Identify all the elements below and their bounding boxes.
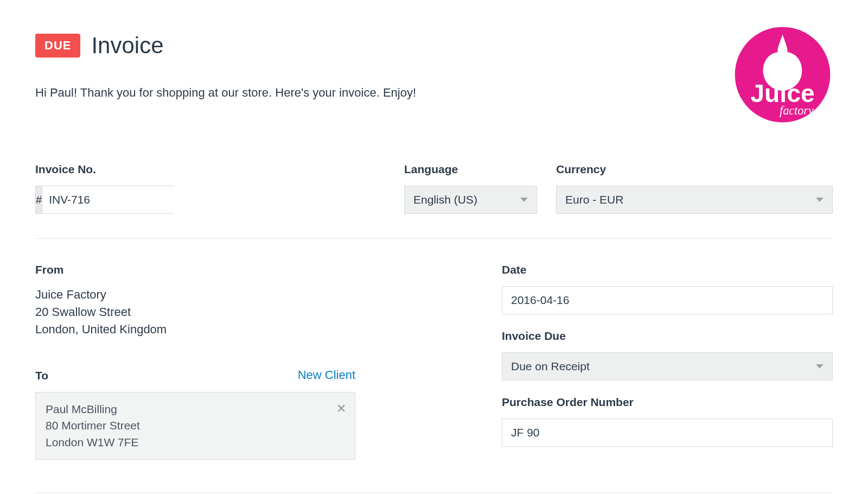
from-label: From bbox=[35, 263, 355, 276]
from-street: 20 Swallow Street bbox=[35, 303, 355, 321]
invoice-due-group: Invoice Due Due on Receipt bbox=[502, 330, 833, 381]
date-group: Date bbox=[502, 263, 833, 314]
to-header: To New Client bbox=[35, 368, 355, 382]
client-city-zip: London W1W 7FE bbox=[46, 434, 345, 451]
details-row: From Juice Factory 20 Swallow Street Lon… bbox=[35, 263, 833, 460]
new-client-link[interactable]: New Client bbox=[298, 368, 355, 382]
from-to-column: From Juice Factory 20 Swallow Street Lon… bbox=[35, 263, 355, 460]
client-street: 80 Mortimer Street bbox=[46, 417, 345, 434]
chevron-down-icon bbox=[816, 198, 824, 202]
brand-logo: Juice factory bbox=[732, 24, 833, 125]
date-input[interactable] bbox=[502, 286, 833, 314]
chevron-down-icon bbox=[520, 198, 528, 202]
page-title: Invoice bbox=[91, 33, 163, 59]
client-name: Paul McBilling bbox=[46, 401, 345, 417]
language-value: English (US) bbox=[413, 193, 477, 206]
language-select[interactable]: English (US) bbox=[404, 186, 537, 214]
invoice-no-input[interactable] bbox=[42, 186, 197, 213]
invoice-no-group: Invoice No. # bbox=[35, 163, 404, 214]
logo-text-top: Juice bbox=[750, 79, 814, 107]
currency-group: Currency Euro - EUR bbox=[556, 163, 833, 214]
divider bbox=[35, 238, 833, 239]
header-left: DUE Invoice Hi Paul! Thank you for shopp… bbox=[35, 33, 732, 100]
dates-column: Date Invoice Due Due on Receipt Purchase… bbox=[502, 263, 833, 460]
to-label: To bbox=[35, 369, 48, 382]
currency-label: Currency bbox=[556, 163, 833, 176]
meta-row: Invoice No. # Language English (US) Curr… bbox=[35, 163, 833, 214]
from-address: Juice Factory 20 Swallow Street London, … bbox=[35, 286, 355, 338]
currency-value: Euro - EUR bbox=[565, 193, 623, 206]
invoice-due-select[interactable]: Due on Receipt bbox=[502, 352, 833, 381]
invoice-no-label: Invoice No. bbox=[35, 163, 404, 176]
invoice-header: DUE Invoice Hi Paul! Thank you for shopp… bbox=[35, 33, 833, 125]
invoice-no-prefix: # bbox=[36, 186, 42, 213]
close-icon[interactable]: ✕ bbox=[336, 400, 346, 417]
language-group: Language English (US) bbox=[404, 163, 537, 214]
invoice-due-label: Invoice Due bbox=[502, 330, 833, 343]
po-group: Purchase Order Number bbox=[502, 396, 833, 447]
divider bbox=[35, 492, 833, 493]
currency-select[interactable]: Euro - EUR bbox=[556, 186, 833, 214]
language-label: Language bbox=[404, 163, 537, 176]
title-row: DUE Invoice bbox=[35, 33, 732, 59]
invoice-due-value: Due on Receipt bbox=[511, 360, 590, 373]
logo-text-bottom: factory bbox=[780, 104, 814, 118]
greeting-text: Hi Paul! Thank you for shopping at our s… bbox=[35, 86, 732, 100]
client-box[interactable]: ✕ Paul McBilling 80 Mortimer Street Lond… bbox=[35, 392, 355, 460]
po-input[interactable] bbox=[502, 419, 833, 447]
from-name: Juice Factory bbox=[35, 286, 355, 303]
status-badge: DUE bbox=[35, 34, 80, 58]
po-label: Purchase Order Number bbox=[502, 396, 833, 409]
date-label: Date bbox=[502, 263, 833, 276]
from-city: London, United Kingdom bbox=[35, 321, 355, 338]
invoice-no-input-wrap: # bbox=[35, 186, 174, 214]
chevron-down-icon bbox=[816, 364, 824, 369]
